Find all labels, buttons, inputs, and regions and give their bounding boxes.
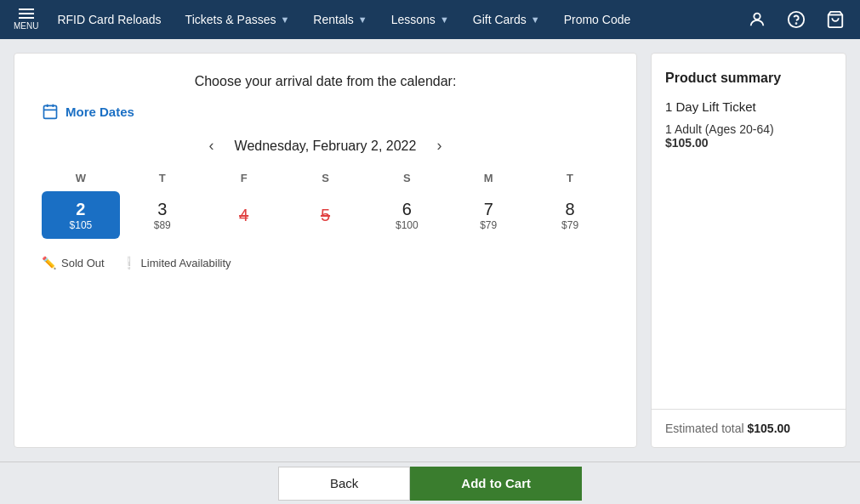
calendar-card: Choose your arrival date from the calend…	[14, 53, 637, 448]
summary-title: Product summary	[665, 71, 832, 86]
calendar-header-s1: S	[287, 168, 365, 188]
nav-items: RFID Card Reloads Tickets & Passes ▼ Ren…	[45, 0, 739, 39]
calendar-header-t2: T	[531, 168, 609, 188]
chevron-down-icon: ▼	[358, 14, 367, 25]
more-dates-label: More Dates	[65, 105, 134, 119]
menu-bar	[19, 13, 34, 14]
calendar-icon	[42, 103, 59, 120]
calendar-day-price: $79	[480, 219, 497, 231]
chevron-down-icon: ▼	[531, 14, 540, 25]
calendar-day-8[interactable]: 8 $79	[531, 191, 609, 239]
estimated-total: Estimated total $105.00	[665, 422, 832, 435]
nav-item-giftcards-label: Gift Cards	[473, 13, 527, 26]
calendar-day-6[interactable]: 6 $100	[367, 191, 446, 239]
calendar-header-t1: T	[123, 168, 202, 188]
back-button[interactable]: Back	[278, 467, 410, 501]
chevron-down-icon: ▼	[280, 14, 289, 25]
svg-point-0	[754, 14, 760, 20]
menu-label: MENU	[14, 21, 38, 31]
calendar-header-s2: S	[367, 168, 446, 188]
calendar-day-num: 2	[76, 200, 85, 219]
calendar-day-num: 7	[484, 200, 493, 219]
add-to-cart-button[interactable]: Add to Cart	[410, 467, 582, 501]
nav-item-promo[interactable]: Promo Code	[552, 0, 643, 39]
menu-bar	[19, 8, 34, 10]
calendar-day-num: 3	[157, 200, 167, 219]
calendar-day-2[interactable]: 2 $105	[42, 191, 120, 239]
menu-bar	[19, 17, 34, 19]
calendar-day-7[interactable]: 7 $79	[449, 191, 527, 239]
user-icon-button[interactable]	[739, 7, 775, 32]
calendar-day-5: 5	[287, 191, 365, 239]
nav-icons	[739, 7, 853, 32]
prev-month-button[interactable]: ‹	[202, 133, 221, 158]
calendar-month-label: Wednesday, February 2, 2022	[235, 139, 417, 154]
legend-limited-label: Limited Availability	[141, 257, 231, 269]
limited-availability-icon: ❕	[122, 256, 136, 269]
summary-adult-line: 1 Adult (Ages 20-64)	[665, 122, 832, 136]
bottom-bar: Back Add to Cart	[0, 462, 860, 504]
nav-item-tickets-label: Tickets & Passes	[185, 13, 276, 26]
calendar-day-num: 6	[402, 200, 412, 219]
calendar-day-4: 4	[205, 191, 283, 239]
calendar-day-price: $105	[70, 219, 93, 231]
calendar-header-m: M	[449, 168, 527, 188]
calendar-nav: ‹ Wednesday, February 2, 2022 ›	[42, 133, 609, 158]
calendar-header-f: F	[205, 168, 283, 188]
next-month-button[interactable]: ›	[430, 133, 448, 158]
calendar-day-price: $79	[561, 219, 578, 231]
summary-card: Product summary 1 Day Lift Ticket 1 Adul…	[651, 53, 846, 448]
calendar-legend: ✏️ Sold Out ❕ Limited Availability	[42, 256, 609, 269]
summary-product-name: 1 Day Lift Ticket	[665, 99, 832, 114]
svg-rect-4	[44, 105, 57, 118]
help-icon-button[interactable]	[778, 7, 814, 32]
nav-item-rentals[interactable]: Rentals ▼	[301, 0, 379, 39]
main-content: Choose your arrival date from the calend…	[0, 39, 860, 462]
svg-point-2	[796, 23, 797, 24]
calendar-day-price: $100	[396, 219, 419, 231]
estimated-amount: $105.00	[748, 422, 791, 435]
nav-item-tickets[interactable]: Tickets & Passes ▼	[174, 0, 302, 39]
nav-item-rentals-label: Rentals	[313, 13, 353, 26]
more-dates-button[interactable]: More Dates	[42, 103, 134, 120]
calendar-day-num: 4	[239, 206, 248, 225]
cart-icon-button[interactable]	[817, 7, 853, 32]
calendar-header-w: W	[42, 168, 120, 188]
summary-adult-label: 1 Adult (Ages 20-64)	[665, 122, 774, 136]
calendar-day-num: 8	[566, 200, 575, 219]
calendar-title: Choose your arrival date from the calend…	[42, 74, 609, 89]
summary-price-line: $105.00	[665, 136, 832, 150]
calendar-day-3[interactable]: 3 $89	[123, 191, 202, 239]
legend-limited: ❕ Limited Availability	[122, 256, 231, 269]
calendar-grid: W T F S S M T 2 $105 3 $89 4 5	[42, 168, 609, 239]
calendar-day-num: 5	[321, 206, 330, 225]
nav-item-rfid[interactable]: RFID Card Reloads	[45, 0, 173, 39]
nav-item-lessons[interactable]: Lessons ▼	[379, 0, 461, 39]
summary-footer: Estimated total $105.00	[652, 409, 846, 447]
navigation: MENU RFID Card Reloads Tickets & Passes …	[0, 0, 860, 39]
chevron-down-icon: ▼	[440, 14, 449, 25]
calendar-day-price: $89	[154, 219, 171, 231]
legend-sold-out: ✏️ Sold Out	[42, 256, 105, 269]
nav-item-promo-label: Promo Code	[564, 13, 631, 26]
menu-button[interactable]: MENU	[7, 5, 45, 34]
legend-sold-out-label: Sold Out	[61, 257, 105, 269]
estimated-label: Estimated total	[665, 422, 744, 435]
nav-item-rfid-label: RFID Card Reloads	[57, 13, 161, 26]
summary-body: Product summary 1 Day Lift Ticket 1 Adul…	[652, 54, 846, 409]
nav-item-giftcards[interactable]: Gift Cards ▼	[461, 0, 552, 39]
nav-item-lessons-label: Lessons	[391, 13, 436, 26]
sold-out-icon: ✏️	[42, 256, 56, 269]
